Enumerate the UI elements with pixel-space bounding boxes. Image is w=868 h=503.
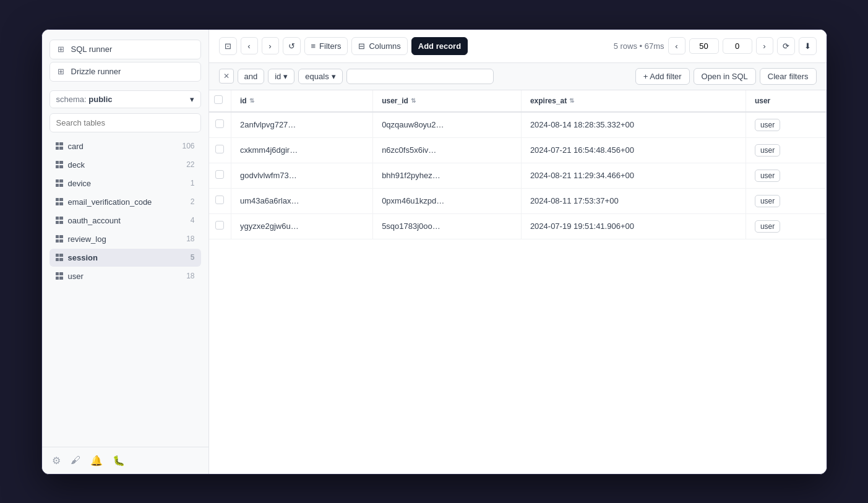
sidebar-item-device[interactable]: device 1 <box>49 174 201 192</box>
toolbar: ⊡ ‹ › ↺ ≡ Filters ⊟ Columns <box>209 30 827 63</box>
user-badge: user <box>755 144 780 157</box>
toolbar-right: 5 rows • 67ms ‹ › ⟳ ⬇ <box>614 37 817 55</box>
clear-filters-button[interactable]: Clear filters <box>760 68 817 85</box>
schema-label: schema: public <box>56 95 113 104</box>
row-select-checkbox[interactable] <box>215 170 224 179</box>
row-checkbox-0 <box>209 112 231 138</box>
row-select-checkbox[interactable] <box>215 119 224 128</box>
sidebar-item-card[interactable]: card 106 <box>49 137 201 155</box>
columns-button[interactable]: ⊟ Columns <box>351 37 407 55</box>
chevron-right-icon: › <box>763 41 765 51</box>
page-prev-button[interactable]: ‹ <box>668 37 685 54</box>
table-name-email: email_verification_code <box>68 197 186 207</box>
bug-icon[interactable]: 🐛 <box>113 455 125 466</box>
page-next-button[interactable]: › <box>756 37 773 54</box>
filter-value-input[interactable] <box>346 69 494 84</box>
history-button[interactable]: ↺ <box>283 37 301 55</box>
row-checkbox-3 <box>209 188 231 213</box>
table-header-row: id ⇅ user_id ⇅ expires_a <box>209 90 827 112</box>
filter-operator-select[interactable]: equals ▾ <box>298 69 342 84</box>
data-table-container: id ⇅ user_id ⇅ expires_a <box>209 90 827 474</box>
table-name-card: card <box>68 142 178 151</box>
sidebar-item-session[interactable]: session 5 <box>49 249 201 267</box>
chevron-down-icon: ▾ <box>332 72 336 81</box>
user-badge: user <box>755 195 780 207</box>
download-icon: ⬇ <box>804 41 811 51</box>
nav-back-button[interactable]: ‹ <box>241 37 258 54</box>
sidebar-tools: ⊞ SQL runner ⊞ Drizzle runner <box>42 40 208 82</box>
cell-user-id-4: 5sqo1783j0oo… <box>373 213 522 239</box>
user-badge: user <box>755 220 780 233</box>
cell-expires-at-2: 2024-08-21 11:29:34.466+00 <box>521 163 746 188</box>
column-header-expires-at[interactable]: expires_at ⇅ <box>521 90 746 112</box>
table-count-oauth: 4 <box>191 216 195 225</box>
filters-button[interactable]: ≡ Filters <box>304 37 348 55</box>
sidebar-item-review-log[interactable]: review_log 18 <box>49 230 201 248</box>
chevron-down-icon: ▾ <box>190 95 194 104</box>
refresh-icon: ⟳ <box>783 41 789 51</box>
sidebar-item-user[interactable]: user 18 <box>49 267 201 285</box>
refresh-button[interactable]: ⟳ <box>777 37 795 55</box>
sql-runner-icon: ⊞ <box>56 45 66 54</box>
nav-forward-button[interactable]: › <box>262 37 279 54</box>
cell-id-2: godvlvlwfm73… <box>231 163 373 188</box>
table-name-deck: deck <box>68 160 182 170</box>
chevron-left-icon: ‹ <box>247 41 250 51</box>
filter-remove-button[interactable]: ✕ <box>219 69 234 84</box>
row-select-checkbox[interactable] <box>215 196 224 204</box>
table-grid-icon <box>56 198 63 205</box>
bell-icon[interactable]: 🔔 <box>90 455 103 466</box>
toggle-sidebar-button[interactable]: ⊡ <box>219 37 237 55</box>
table-row: godvlvlwfm73… bhh91f2pyhez… 2024-08-21 1… <box>209 163 827 188</box>
cell-id-1: cxkmm4j6dgir… <box>231 137 373 163</box>
column-header-user[interactable]: user <box>746 90 826 112</box>
user-badge: user <box>755 170 780 182</box>
cell-expires-at-1: 2024-07-21 16:54:48.456+00 <box>521 137 746 163</box>
table-grid-icon <box>56 179 63 187</box>
rows-info: 5 rows • 67ms <box>614 41 664 51</box>
column-header-user-id[interactable]: user_id ⇅ <box>373 90 522 112</box>
sql-runner-button[interactable]: ⊞ SQL runner <box>49 40 201 59</box>
add-filter-button[interactable]: + Add filter <box>635 68 690 85</box>
column-header-id[interactable]: id ⇅ <box>231 90 373 112</box>
sidebar-item-email-verification-code[interactable]: email_verification_code 2 <box>49 193 201 211</box>
row-checkbox-4 <box>209 213 231 239</box>
settings-icon[interactable]: ⚙ <box>52 455 61 466</box>
table-count-card: 106 <box>182 142 194 150</box>
cell-user-id-2: bhh91f2pyhez… <box>373 163 522 188</box>
table-grid-icon <box>56 142 63 150</box>
add-record-button[interactable]: Add record <box>411 37 468 55</box>
table-name-oauth: oauth_account <box>68 216 186 225</box>
open-in-sql-button[interactable]: Open in SQL <box>694 68 756 85</box>
page-offset-input[interactable] <box>723 38 752 54</box>
cell-user-id-0: 0qzqauw8oyu2… <box>373 112 522 138</box>
table-row: ygyzxe2gjw6u… 5sqo1783j0oo… 2024-07-19 1… <box>209 213 827 239</box>
sidebar-item-oauth-account[interactable]: oauth_account 4 <box>49 212 201 230</box>
table-name-session: session <box>68 253 186 262</box>
search-tables-input[interactable] <box>49 113 201 132</box>
chevron-left-icon: ‹ <box>675 41 677 51</box>
cell-expires-at-4: 2024-07-19 19:51:41.906+00 <box>521 213 746 239</box>
brush-icon[interactable]: 🖌 <box>71 455 80 466</box>
table-grid-icon <box>56 272 63 280</box>
page-size-input[interactable] <box>689 38 719 54</box>
table-grid-icon <box>56 161 63 168</box>
select-all-checkbox[interactable] <box>214 95 223 104</box>
table-count-user: 18 <box>186 272 194 280</box>
row-select-checkbox[interactable] <box>215 221 224 230</box>
sidebar-item-deck[interactable]: deck 22 <box>49 156 201 174</box>
export-button[interactable]: ⬇ <box>799 37 817 55</box>
drizzle-runner-button[interactable]: ⊞ Drizzle runner <box>49 62 201 82</box>
chevron-right-icon: › <box>269 41 271 51</box>
sort-icon: ⇅ <box>411 97 416 104</box>
cell-user-3: user <box>746 188 826 213</box>
row-checkbox-1 <box>209 137 231 163</box>
schema-selector[interactable]: schema: public ▾ <box>49 90 201 108</box>
cell-expires-at-0: 2024-08-14 18:28:35.332+00 <box>521 112 746 138</box>
filter-field-select[interactable]: id ▾ <box>268 69 294 84</box>
table-name-review-log: review_log <box>68 234 182 244</box>
sidebar-toggle-icon: ⊡ <box>225 41 231 51</box>
cell-expires-at-3: 2024-08-11 17:53:37+00 <box>521 188 746 213</box>
sort-icon: ⇅ <box>249 97 254 104</box>
row-select-checkbox[interactable] <box>215 145 224 153</box>
